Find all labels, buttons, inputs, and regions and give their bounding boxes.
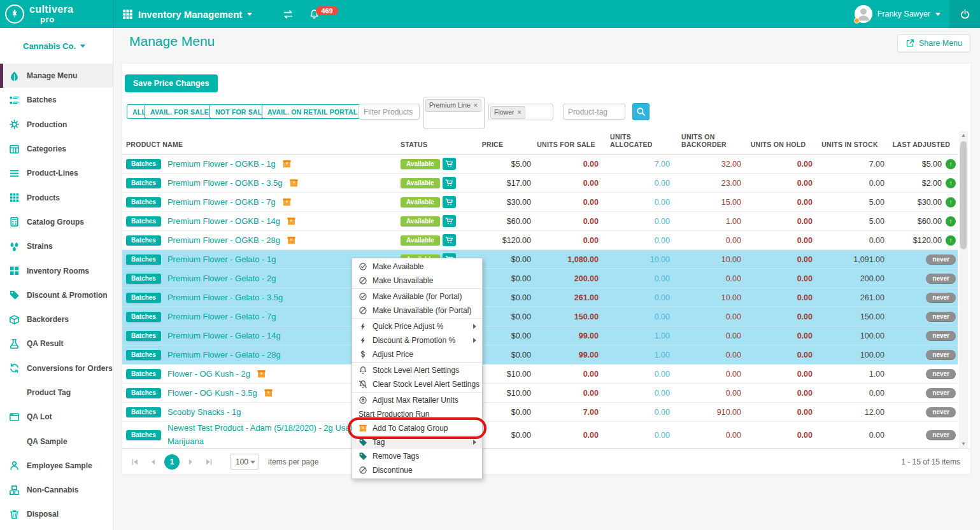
brand-logo[interactable]: cultivera pro [0,0,113,28]
prev-page-button[interactable] [146,454,161,470]
product-name-link[interactable]: Premium Flower - Gelato - 3.5g [167,293,283,302]
batches-button[interactable]: Batches [126,388,161,398]
product-name-link[interactable]: Flower - OG Kush - 2g [167,369,250,379]
sidebar-item-manage-menu[interactable]: Manage Menu [0,64,113,88]
sidebar-item-inventory-rooms[interactable]: Inventory Rooms [0,258,113,282]
sidebar-item-production[interactable]: Production [0,113,113,137]
menu-item-adjust-max-retailer-units[interactable]: Adjust Max Retailer Units [352,393,482,407]
product-name-link[interactable]: Scooby Snacks - 1g [167,407,241,417]
notifications-button[interactable]: 469 [309,9,320,20]
menu-item-start-production-run[interactable]: Start Production Run [352,407,482,421]
sidebar-item-backorders[interactable]: Backorders [0,307,113,331]
column-header-product-name[interactable]: PRODUCT NAME [125,141,392,149]
product-name-link[interactable]: Flower - OG Kush - 3.5g [167,388,257,398]
filter-avail-for-sale-button[interactable]: AVAIL. FOR SALE [145,104,215,119]
product-name-link[interactable]: Premium Flower - Gelato - 14g [167,331,281,340]
column-header-units-in-stock[interactable]: UNITS IN STOCK [814,141,886,149]
table-row[interactable]: Batches Premium Flower - Gelato - 1g Ava… [122,250,958,269]
column-header-units-on-hold[interactable]: UNITS ON HOLD [742,141,814,149]
menu-item-make-available-for-portal[interactable]: Make Available (for Portal) [352,289,482,303]
table-row[interactable]: Batches Premium Flower - Gelato - 7g Ava… [122,307,958,326]
logout-button[interactable] [949,0,980,28]
last-page-button[interactable] [201,454,217,470]
table-row[interactable]: Batches Flower - OG Kush - 3.5g Availabl… [122,384,958,403]
table-row[interactable]: Batches Premium Flower - Gelato - 28g Av… [122,345,958,365]
flower-filter-input[interactable]: Flower [488,104,553,120]
scroll-up-icon[interactable]: ▲ [959,131,968,140]
table-row[interactable]: Batches Premium Flower - Gelato - 14g Av… [122,326,958,345]
table-row[interactable]: Batches Premium Flower - OGKB - 7g Avail… [122,193,958,212]
menu-item-tag[interactable]: Tag [352,435,482,449]
product-tag-input[interactable] [563,104,625,120]
product-name-link[interactable]: Premium Flower - OGKB - 28g [167,235,280,245]
column-header-last-adjusted[interactable]: LAST ADJUSTED [886,141,957,149]
sidebar-item-qa-lot[interactable]: QA Lot [0,405,113,429]
sidebar-item-products[interactable]: Products [0,185,113,209]
batches-button[interactable]: Batches [126,407,161,417]
product-name-link[interactable]: Premium Flower - OGKB - 3.5g [167,178,283,188]
batches-button[interactable]: Batches [126,350,161,360]
table-row[interactable]: Batches Scooby Snacks - 1g Available $0.… [122,403,958,422]
batches-button[interactable]: Batches [126,235,161,246]
product-name-link[interactable]: Premium Flower - Gelato - 28g [167,350,281,359]
batches-button[interactable]: Batches [126,331,161,341]
sidebar-item-product-tag[interactable]: Product Tag [0,380,113,405]
save-price-changes-button[interactable]: Save Price Changes [125,74,218,92]
menu-item-make-unavailable[interactable]: Make Unavailable [352,274,482,288]
scrollbar-thumb[interactable] [960,141,967,249]
sidebar-item-categories[interactable]: Categories [0,137,113,161]
table-row[interactable]: Batches Premium Flower - Gelato - 2g Ava… [122,269,958,288]
product-name-link[interactable]: Premium Flower - Gelato - 7g [167,312,276,321]
next-page-button[interactable] [183,454,198,470]
menu-item-remove-tags[interactable]: Remove Tags [352,449,482,463]
filter-avail-on-retail-portal-button[interactable]: AVAIL. ON RETAIL PORTAL [262,104,363,119]
menu-item-stock-level-alert-settings[interactable]: Stock Level Alert Settings [352,363,482,377]
product-name-link[interactable]: Premium Flower - OGKB - 14g [167,216,280,226]
batches-button[interactable]: Batches [126,369,161,379]
sidebar-item-disposal[interactable]: Disposal [0,502,113,526]
user-menu[interactable]: Franky Sawyer [855,5,941,23]
table-row[interactable]: Batches Premium Flower - OGKB - 14g Avai… [122,212,958,231]
page-size-select[interactable]: 100 [230,454,259,470]
sidebar-item-qa-sample[interactable]: QA Sample [0,429,113,453]
remove-chip-icon[interactable] [474,101,478,110]
product-line-filter-input[interactable]: Premium Line [423,97,485,129]
product-name-link[interactable]: Premium Flower - Gelato - 1g [167,255,276,264]
menu-item-clear-stock-level-alert-settings[interactable]: Clear Stock Level Alert Settings [352,377,482,391]
column-header-units-for-sale[interactable]: UNITS FOR SALE [532,141,600,149]
filter-products-input[interactable] [359,104,420,120]
product-name-link[interactable]: Premium Flower - OGKB - 7g [167,197,276,207]
table-row[interactable]: Batches Premium Flower - Gelato - 3.5g A… [122,288,958,307]
sidebar-item-non-cannabis[interactable]: Non-Cannabis [0,478,113,502]
column-header-status[interactable]: STATUS [392,141,453,149]
product-name-link[interactable]: Premium Flower - Gelato - 2g [167,274,276,283]
menu-item-make-unavailable-for-portal[interactable]: Make Unavailable (for Portal) [352,303,482,317]
table-row[interactable]: Batches Premium Flower - OGKB - 28g Avai… [122,231,958,250]
menu-item-make-available[interactable]: Make Available [352,260,482,274]
company-selector[interactable]: Cannabis Co. [0,28,113,64]
scroll-down-icon[interactable]: ▼ [959,440,968,449]
share-menu-button[interactable]: Share Menu [897,34,970,52]
batches-button[interactable]: Batches [126,216,161,227]
sidebar-item-employee-sample[interactable]: Employee Sample [0,454,113,478]
sidebar-item-discount-promotion[interactable]: Discount & Promotion [0,283,113,307]
batches-button[interactable]: Batches [126,274,161,284]
first-page-button[interactable] [127,454,143,470]
sidebar-item-strains[interactable]: Strains [0,234,113,258]
sidebar-item-product-lines[interactable]: Product-Lines [0,161,113,185]
menu-item-discount-promotion[interactable]: Discount & Promotion % [352,333,482,347]
table-row[interactable]: Batches Flower - OG Kush - 2g Available … [122,365,958,384]
sidebar-item-qa-result[interactable]: QA Result [0,331,113,356]
batches-button[interactable]: Batches [126,178,161,188]
menu-item-add-to-catalog-group[interactable]: Add To Catalog Group [352,421,482,435]
batches-button[interactable]: Batches [126,430,161,440]
menu-item-discontinue[interactable]: Discontinue [352,463,482,477]
menu-item-adjust-price[interactable]: Adjust Price [352,347,482,361]
menu-item-quick-price-adjust[interactable]: Quick Price Adjust % [352,319,482,333]
transfers-icon[interactable] [283,9,294,20]
sidebar-item-batches[interactable]: Batches [0,88,113,112]
batches-button[interactable]: Batches [126,312,161,322]
search-button[interactable] [632,103,650,120]
column-header-units-allocated[interactable]: UNITS ALLOCATED [600,133,671,149]
column-header-price[interactable]: PRICE [453,141,532,149]
